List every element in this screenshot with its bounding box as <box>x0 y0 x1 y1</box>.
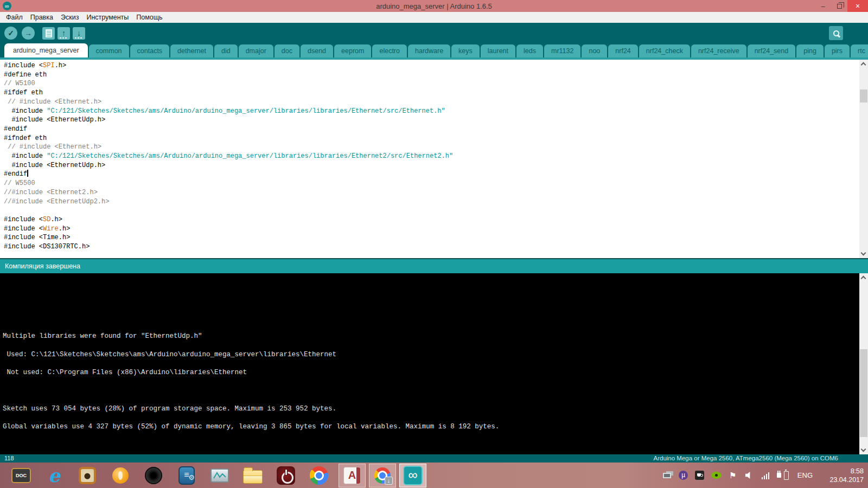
tab-pirs[interactable]: pirs <box>825 44 850 57</box>
cpu-temp-cup-icon[interactable] <box>695 469 705 482</box>
tab-doc[interactable]: doc <box>275 44 299 57</box>
doc-tool-icon[interactable]: DOC <box>8 464 35 487</box>
serial-monitor-button[interactable] <box>829 26 843 40</box>
compile-status-strip: Компиляция завершена <box>0 258 868 273</box>
tab-keys[interactable]: keys <box>451 44 480 57</box>
tab-laurent[interactable]: laurent <box>481 44 515 57</box>
minimize-button[interactable]: – <box>815 0 831 12</box>
network-signal-icon[interactable] <box>761 469 770 482</box>
code-line[interactable]: #include <Time.h> <box>4 233 859 242</box>
dual-monitors-icon[interactable] <box>662 469 672 482</box>
tab-dethernet[interactable]: dethernet <box>170 44 213 57</box>
tab-rtc[interactable]: rtc <box>851 44 868 57</box>
menu-item-Инструменты[interactable]: Инструменты <box>82 14 132 21</box>
device-manager-icon[interactable]: ≡⚙ <box>173 464 200 487</box>
orange-app-icon[interactable] <box>107 464 134 487</box>
code-line[interactable]: #endif <box>4 125 859 134</box>
arrow-up-icon <box>62 29 66 37</box>
scroll-up-icon[interactable] <box>861 62 866 68</box>
tab-common[interactable]: common <box>89 44 129 57</box>
tab-nrf24_receive[interactable]: nrf24_receive <box>691 44 746 57</box>
internet-explorer-icon[interactable]: e <box>41 464 68 487</box>
access-icon[interactable]: A <box>339 464 366 487</box>
menu-item-Файл[interactable]: Файл <box>2 14 27 21</box>
code-line[interactable]: #include "C:/121/Sketches/Sketches/ams/A… <box>4 107 859 116</box>
tab-ping[interactable]: ping <box>796 44 824 57</box>
code-line[interactable]: //#include <Ethernet2.h> <box>4 188 859 197</box>
code-line[interactable]: // W5500 <box>4 179 859 188</box>
new-sketch-button[interactable] <box>42 27 55 40</box>
tab-electro[interactable]: electro <box>372 44 407 57</box>
code-line[interactable]: #include <DS1307RTC.h> <box>4 242 859 252</box>
restore-button[interactable] <box>831 0 847 12</box>
tab-did[interactable]: did <box>214 44 238 57</box>
tab-arduino_mega_server[interactable]: arduino_mega_server <box>4 43 88 57</box>
tab-dmajor[interactable]: dmajor <box>239 44 273 57</box>
photo-viewer-icon[interactable] <box>74 464 101 487</box>
code-line[interactable]: // #include <Ethernet.h> <box>4 98 859 107</box>
code-line[interactable]: #include <Wire.h> <box>4 224 859 234</box>
language-indicator[interactable]: ENG <box>797 471 813 479</box>
chrome-downloads-icon[interactable]: ↓ <box>369 464 396 487</box>
chrome-icon[interactable] <box>305 464 333 487</box>
tab-eeprom[interactable]: eeprom <box>334 44 371 57</box>
code-line[interactable]: #ifndef eth <box>4 134 859 143</box>
upload-button[interactable] <box>22 27 35 40</box>
code-line[interactable]: // W5100 <box>4 79 859 88</box>
code-line[interactable]: #include "C:/121/Sketches/Sketches/ams/A… <box>4 152 859 161</box>
console-line <box>3 323 859 332</box>
open-button[interactable] <box>58 27 70 40</box>
scroll-up-icon[interactable] <box>861 276 866 281</box>
code-line[interactable]: // #include <Ethernet.h> <box>4 143 859 152</box>
editor-scrollbar[interactable] <box>859 60 868 258</box>
clock[interactable]: 8:58 23.04.2017 <box>821 467 864 484</box>
menu-item-Правка[interactable]: Правка <box>27 14 57 21</box>
tab-dsend[interactable]: dsend <box>301 44 333 57</box>
power-battery-icon[interactable] <box>777 469 789 482</box>
tab-contacts[interactable]: contacts <box>130 44 170 57</box>
compile-status-text: Компиляция завершена <box>5 262 80 270</box>
tab-mr1132[interactable]: mr1132 <box>544 44 580 57</box>
tab-hardware[interactable]: hardware <box>408 44 450 57</box>
console-line <box>3 377 859 387</box>
console-scrollbar-thumb[interactable] <box>860 349 867 437</box>
console-line <box>3 296 859 305</box>
power-app-icon[interactable] <box>272 464 299 487</box>
menu-item-Эскиз[interactable]: Эскиз <box>57 14 82 21</box>
console-scrollbar[interactable] <box>859 273 868 454</box>
code-line[interactable]: #include <EthernetUdp.h> <box>4 115 859 125</box>
tray-time: 8:58 <box>851 467 864 475</box>
file-explorer-icon[interactable] <box>239 464 266 487</box>
tray-date: 23.04.2017 <box>829 476 864 484</box>
code-line[interactable]: //#include <EthernetUdp2.h> <box>4 197 859 207</box>
tab-nrf24_check[interactable]: nrf24_check <box>639 44 690 57</box>
editor-scrollbar-thumb[interactable] <box>860 89 867 102</box>
utorrent-icon[interactable]: µ <box>679 469 688 482</box>
save-button[interactable] <box>73 27 85 40</box>
tab-nrf24_send[interactable]: nrf24_send <box>748 44 796 57</box>
code-line[interactable]: #include <EthernetUdp.h> <box>4 161 859 170</box>
console-panel[interactable]: Multiple libraries were found for "Ether… <box>0 273 859 454</box>
tab-nrf24[interactable]: nrf24 <box>608 44 638 57</box>
speaker-app-icon[interactable] <box>140 464 167 487</box>
code-line[interactable]: #include <SPI.h> <box>4 61 859 70</box>
code-line[interactable]: #ifdef eth <box>4 88 859 98</box>
tab-noo[interactable]: noo <box>582 44 607 57</box>
code-line[interactable]: #include <SD.h> <box>4 215 859 224</box>
volume-icon[interactable] <box>744 469 754 482</box>
scroll-down-icon[interactable] <box>861 447 866 452</box>
tab-leds[interactable]: leds <box>516 44 543 57</box>
nvidia-icon[interactable] <box>711 469 722 482</box>
menu-item-Помощь[interactable]: Помощь <box>132 14 166 21</box>
verify-button[interactable] <box>4 27 17 40</box>
scroll-down-icon[interactable] <box>861 251 866 256</box>
code-editor[interactable]: #include <SPI.h>#define eth// W5100#ifde… <box>0 60 859 258</box>
system-monitor-icon[interactable] <box>206 464 233 487</box>
code-line[interactable]: #endif <box>4 170 859 179</box>
close-button[interactable]: × <box>847 0 868 12</box>
code-area: #include <SPI.h>#define eth// W5100#ifde… <box>4 61 859 252</box>
code-line[interactable]: #define eth <box>4 70 859 80</box>
action-flag-icon[interactable]: ⚑ <box>728 469 738 482</box>
arduino-icon[interactable]: ∞ <box>399 464 426 487</box>
code-line[interactable] <box>4 206 859 215</box>
